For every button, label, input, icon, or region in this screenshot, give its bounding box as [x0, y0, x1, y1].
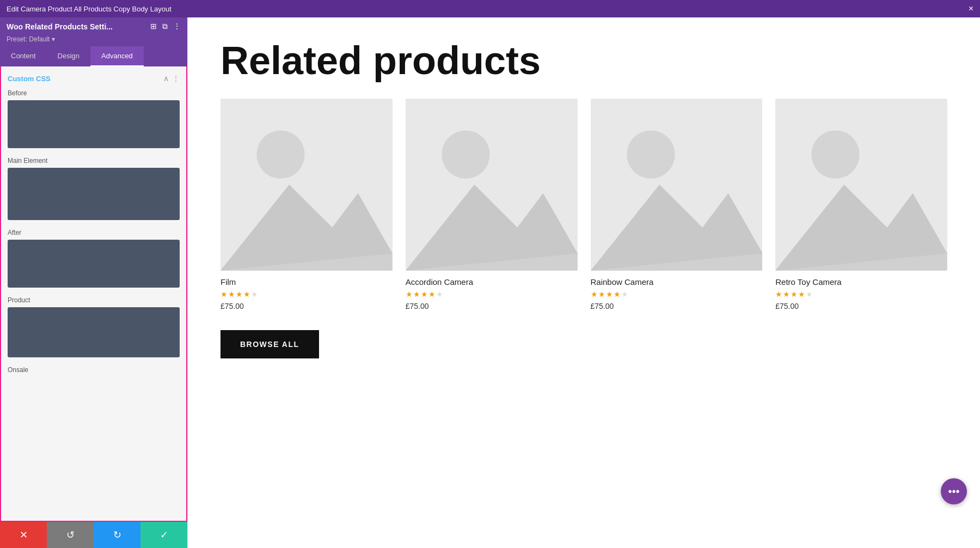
settings-icon[interactable]: ⊞	[150, 22, 157, 31]
star-3: ★	[606, 290, 613, 299]
star-4: ★	[614, 290, 621, 299]
star-1: ★	[406, 290, 413, 299]
product-stars: ★ ★ ★ ★ ★	[406, 290, 578, 299]
star-5: ★	[621, 290, 628, 299]
tab-design[interactable]: Design	[47, 46, 90, 66]
main-element-css-input[interactable]	[8, 168, 180, 220]
fab-button[interactable]: •••	[941, 478, 967, 504]
star-2: ★	[783, 290, 790, 299]
product-label: Product	[8, 296, 180, 304]
preview-area: Related products Film ★ ★ ★ ★	[188, 17, 980, 548]
title-bar: Edit Camera Product All Products Copy Bo…	[0, 0, 980, 17]
after-css-input[interactable]	[8, 240, 180, 288]
left-panel: Woo Related Products Setti... ⊞ ⧉ ⋮ Pres…	[0, 17, 188, 548]
star-1: ★	[775, 290, 782, 299]
star-1: ★	[220, 290, 228, 299]
custom-css-title: Custom CSS	[8, 75, 51, 83]
section-options-icon[interactable]: ⋮	[172, 74, 180, 83]
tabs-bar: Content Design Advanced	[0, 46, 187, 66]
tab-content[interactable]: Content	[0, 46, 47, 66]
tab-advanced[interactable]: Advanced	[90, 46, 144, 66]
collapse-icon[interactable]: ∧	[163, 74, 169, 83]
product-name: Retro Toy Camera	[775, 277, 947, 287]
main-layout: Woo Related Products Setti... ⊞ ⧉ ⋮ Pres…	[0, 17, 980, 548]
cancel-icon: ✕	[20, 529, 28, 541]
star-5: ★	[436, 290, 443, 299]
product-stars: ★ ★ ★ ★ ★	[220, 290, 393, 299]
product-card: Rainbow Camera ★ ★ ★ ★ ★ £75.00	[591, 99, 763, 310]
more-icon[interactable]: ⋮	[173, 22, 181, 31]
custom-css-section-header: Custom CSS ∧ ⋮	[8, 74, 180, 83]
svg-point-7	[442, 131, 489, 179]
main-element-label: Main Element	[8, 157, 180, 165]
related-products-heading: Related products	[220, 39, 947, 82]
product-image	[591, 99, 763, 271]
product-name: Film	[220, 277, 393, 287]
save-button[interactable]: ✓	[140, 522, 187, 548]
panel-content: Custom CSS ∧ ⋮ Before Main Element After…	[0, 66, 187, 522]
svg-point-11	[627, 131, 675, 179]
product-css-input[interactable]	[8, 307, 180, 357]
product-stars: ★ ★ ★ ★ ★	[775, 290, 947, 299]
product-image	[220, 99, 393, 271]
product-price: £75.00	[220, 302, 393, 310]
star-2: ★	[598, 290, 605, 299]
browse-all-button[interactable]: BROWSE ALL	[220, 330, 319, 358]
star-5: ★	[806, 290, 813, 299]
star-4: ★	[428, 290, 436, 299]
product-name: Rainbow Camera	[591, 277, 763, 287]
star-2: ★	[228, 290, 235, 299]
before-label: Before	[8, 89, 180, 97]
title-bar-text: Edit Camera Product All Products Copy Bo…	[7, 5, 171, 13]
product-name: Accordion Camera	[406, 277, 578, 287]
before-css-input[interactable]	[8, 100, 180, 148]
undo-icon: ↺	[66, 529, 75, 541]
product-price: £75.00	[406, 302, 578, 310]
product-image	[775, 99, 947, 271]
star-1: ★	[591, 290, 598, 299]
redo-button[interactable]: ↻	[94, 522, 140, 548]
copy-icon[interactable]: ⧉	[162, 22, 168, 31]
undo-button[interactable]: ↺	[47, 522, 94, 548]
product-stars: ★ ★ ★ ★ ★	[591, 290, 763, 299]
close-icon[interactable]: ×	[969, 4, 973, 14]
cancel-button[interactable]: ✕	[0, 522, 47, 548]
product-image	[406, 99, 578, 271]
save-icon: ✓	[160, 529, 168, 541]
star-4: ★	[798, 290, 805, 299]
star-3: ★	[791, 290, 798, 299]
after-label: After	[8, 229, 180, 236]
widget-title: Woo Related Products Setti...	[7, 22, 113, 31]
product-price: £75.00	[591, 302, 763, 310]
onsale-label: Onsale	[8, 366, 180, 374]
svg-point-15	[812, 131, 860, 179]
products-grid: Film ★ ★ ★ ★ ★ £75.00	[220, 99, 947, 310]
star-5: ★	[251, 290, 258, 299]
redo-icon: ↻	[113, 529, 121, 541]
star-3: ★	[421, 290, 428, 299]
panel-header: Woo Related Products Setti... ⊞ ⧉ ⋮	[0, 17, 187, 35]
fab-dots-icon: •••	[948, 485, 959, 498]
product-card: Retro Toy Camera ★ ★ ★ ★ ★ £75.00	[775, 99, 947, 310]
star-4: ★	[243, 290, 250, 299]
product-card: Accordion Camera ★ ★ ★ ★ ★ £75.00	[406, 99, 578, 310]
bottom-toolbar: ✕ ↺ ↻ ✓	[0, 522, 187, 548]
star-3: ★	[236, 290, 243, 299]
product-card: Film ★ ★ ★ ★ ★ £75.00	[220, 99, 393, 310]
svg-point-3	[256, 131, 304, 179]
preset-label[interactable]: Preset: Default ▾	[0, 35, 187, 46]
star-2: ★	[413, 290, 420, 299]
product-price: £75.00	[775, 302, 947, 310]
